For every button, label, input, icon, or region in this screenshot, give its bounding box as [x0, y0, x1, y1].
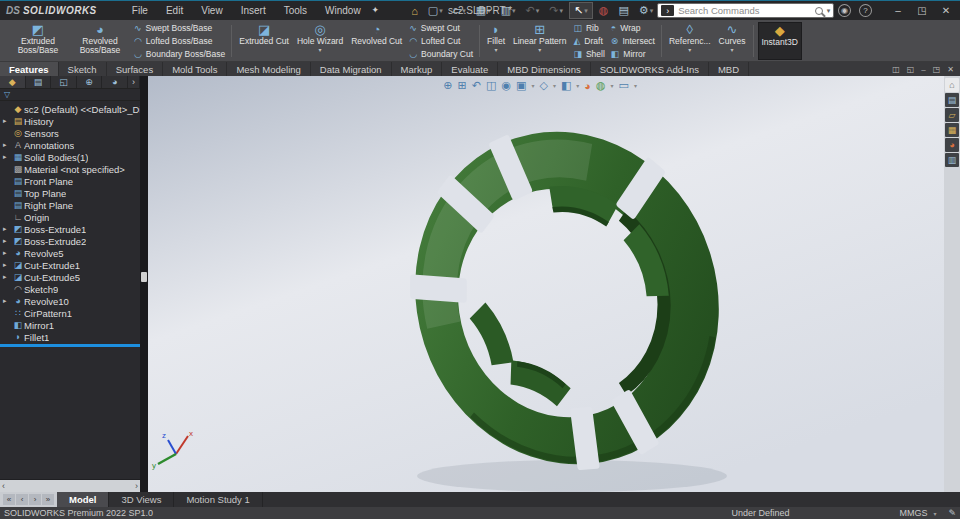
caret-icon[interactable]: ▾ [634, 82, 637, 89]
tree-root-part[interactable]: ◆ sc2 (Default) <<Default>_Display Sta [0, 103, 140, 115]
tree-item-annotations[interactable]: ▸ A Annotations [0, 139, 140, 151]
caret-icon[interactable]: ▾ [584, 7, 588, 15]
view-settings-icon[interactable]: ▭ [619, 79, 629, 92]
tree-item-cut-extrude5[interactable]: ▸ ◪ Cut-Extrude5 [0, 271, 140, 283]
unit-system-selector[interactable]: MMGS [899, 508, 927, 518]
lofted-cut-button[interactable]: ◠Lofted Cut [407, 35, 475, 47]
doc-close-button[interactable]: ✕ [947, 65, 954, 74]
tab-markup[interactable]: Markup [392, 62, 443, 76]
tab-3d-views[interactable]: 3D Views [109, 492, 174, 507]
tree-item-history[interactable]: ▸ ▤ History [0, 115, 140, 127]
display-style-icon[interactable]: ◧ [561, 79, 571, 92]
tree-item-fillet1[interactable]: ◗ Fillet1 [0, 331, 140, 343]
doc-minimize-button[interactable]: – [921, 65, 925, 74]
caret-icon[interactable]: ▾ [462, 7, 466, 15]
expander-icon[interactable]: ▸ [3, 261, 12, 269]
search-commands-box[interactable]: › Search Commands ▾ [657, 3, 834, 18]
extruded-boss-base-button[interactable]: ◩ Extruded Boss/Base [8, 22, 68, 60]
zoom-to-fit-icon[interactable]: ⊕ [443, 79, 452, 92]
tab-sketch[interactable]: Sketch [59, 62, 107, 76]
caret-icon[interactable]: ▾ [827, 7, 831, 15]
manager-tabs-flyout-arrow[interactable]: › [128, 76, 140, 88]
caret-icon[interactable]: ▾ [688, 47, 691, 53]
feature-manager-tab[interactable]: ◆ [0, 76, 26, 88]
model-canvas[interactable]: x z y [148, 76, 944, 492]
caret-icon[interactable]: ▾ [531, 82, 534, 89]
save-button[interactable]: ▦▾ [472, 3, 495, 18]
intersect-button[interactable]: ⊗Intersect [609, 35, 657, 47]
tree-filter-row[interactable]: ▽ [0, 89, 140, 101]
expander-icon[interactable]: ▸ [3, 273, 12, 281]
caret-icon[interactable]: ▾ [553, 82, 556, 89]
dimxpert-manager-tab[interactable]: ⊕ [77, 76, 103, 88]
file-properties-button[interactable]: ▤ [614, 3, 632, 18]
search-input[interactable]: Search Commands [678, 5, 810, 16]
tree-item-boss-extrude2[interactable]: ▸ ◩ Boss-Extrude2 [0, 235, 140, 247]
options-button[interactable]: ⚙▾ [635, 3, 657, 18]
revolved-cut-button[interactable]: ◔ Revolved Cut [348, 22, 405, 60]
menu-file[interactable]: File [123, 5, 157, 16]
draft-button[interactable]: ◭Draft [571, 35, 606, 47]
view-orientation-icon[interactable]: ◇ [539, 79, 547, 92]
curves-button[interactable]: ∿ Curves ▾ [716, 22, 749, 60]
swept-boss-base-button[interactable]: ∿Swept Boss/Base [132, 22, 227, 34]
tree-horizontal-scrollbar[interactable]: ‹ › [0, 479, 140, 492]
tab-mold-tools[interactable]: Mold Tools [163, 62, 227, 76]
tree-item-cirpattern1[interactable]: ∷ CirPattern1 [0, 307, 140, 319]
doc-window-icon[interactable]: ◫ [892, 65, 900, 74]
tab-data-migration[interactable]: Data Migration [311, 62, 392, 76]
expander-icon[interactable]: ▸ [3, 249, 12, 257]
home-button[interactable]: ⌂ [407, 4, 422, 18]
tag-icon[interactable]: ✎ [948, 508, 956, 518]
design-library-button[interactable]: ▦ [945, 123, 959, 137]
undo-button[interactable]: ↶▾ [522, 3, 544, 18]
expander-icon[interactable]: ▸ [3, 225, 12, 233]
close-button[interactable]: ✕ [934, 3, 958, 18]
caret-icon[interactable]: ▾ [650, 7, 654, 15]
rib-button[interactable]: ◫Rib [571, 22, 606, 34]
hole-wizard-button[interactable]: ◎ Hole Wizard ▾ [294, 22, 346, 60]
scroll-left-arrow[interactable]: ‹ [2, 481, 5, 491]
expander-icon[interactable]: ▸ [3, 117, 12, 125]
expander-icon[interactable]: ▸ [3, 141, 12, 149]
appearances-scenes-button[interactable]: ◕ [945, 138, 959, 152]
apply-scene-icon[interactable]: ◍ [596, 79, 606, 92]
swept-cut-button[interactable]: ∿Swept Cut [407, 22, 475, 34]
mirror-button[interactable]: ◧Mirror [609, 48, 657, 60]
rollback-bar[interactable] [0, 344, 140, 347]
redo-button[interactable]: ↷▾ [545, 3, 567, 18]
property-manager-tab[interactable]: ▤ [26, 76, 52, 88]
expander-icon[interactable]: ▸ [3, 237, 12, 245]
tree-item-revolve5[interactable]: ▸ ◕ Revolve5 [0, 247, 140, 259]
configuration-manager-tab[interactable]: ◱ [51, 76, 77, 88]
boundary-cut-button[interactable]: ◡Boundary Cut [407, 48, 475, 60]
restore-button[interactable]: ◳ [910, 3, 934, 18]
tree-item-cut-extrude1[interactable]: ▸ ◪ Cut-Extrude1 [0, 259, 140, 271]
tab-mbd[interactable]: MBD [709, 62, 749, 76]
file-explorer-button[interactable]: ▱ [945, 108, 959, 122]
doc-window-icon[interactable]: ◱ [907, 65, 915, 74]
menu-edit[interactable]: Edit [157, 5, 192, 16]
tab-surfaces[interactable]: Surfaces [107, 62, 164, 76]
user-account-button[interactable]: ◉ [838, 4, 851, 17]
menu-view[interactable]: View [192, 5, 232, 16]
tree-item-material[interactable]: ▩ Material <not specified> [0, 163, 140, 175]
minimize-button[interactable]: – [886, 3, 910, 18]
graphics-viewport[interactable]: x z y ⊕ ⊞ ↶ ◫ ◉ ▣ ▾ ◇ ▾ ◧ ▾ ◕ ◍ ▾ [148, 76, 944, 492]
zoom-to-area-icon[interactable]: ⊞ [458, 79, 467, 92]
caret-icon[interactable]: ▾ [576, 82, 579, 89]
task-pane-home-button[interactable]: ⌂ [945, 78, 959, 92]
tab-mbd-dimensions[interactable]: MBD Dimensions [498, 62, 590, 76]
menu-window[interactable]: Window [316, 5, 370, 16]
help-button[interactable]: ? [859, 4, 872, 17]
splitter-grip-handle[interactable] [141, 272, 147, 282]
annotation-views-icon[interactable]: ▣ [516, 79, 526, 92]
wrap-button[interactable]: ◓Wrap [609, 22, 657, 34]
tree-item-mirror1[interactable]: ◧ Mirror1 [0, 319, 140, 331]
lofted-boss-base-button[interactable]: ◠Lofted Boss/Base [132, 35, 227, 47]
first-tab-arrow[interactable]: « [3, 494, 15, 505]
caret-icon[interactable]: ▾ [439, 7, 443, 15]
rebuild-button[interactable]: ◍ [595, 3, 613, 18]
pin-menu-icon[interactable]: ✦ [372, 5, 380, 16]
caret-icon[interactable]: ▾ [319, 47, 322, 53]
